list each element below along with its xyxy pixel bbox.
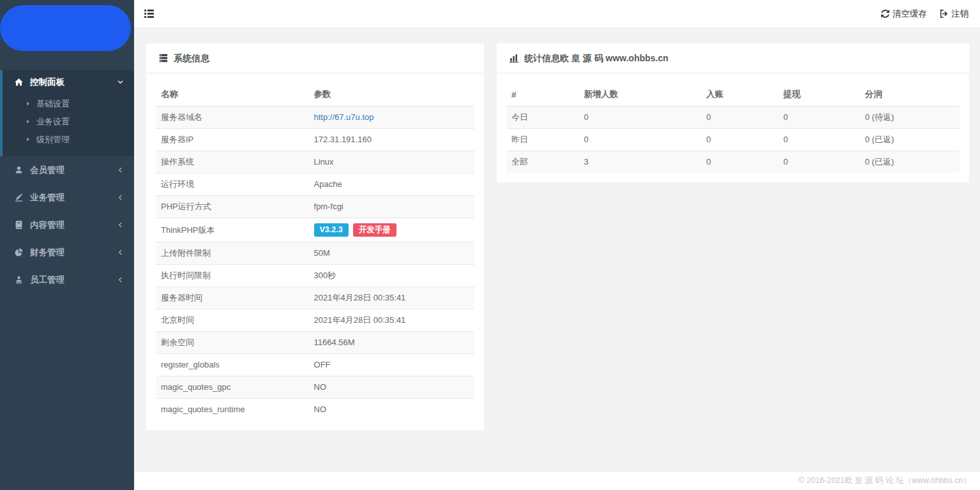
- stats-cell: 0: [701, 151, 778, 174]
- table-row: register_globalsOFF: [156, 354, 474, 376]
- server-domain-link[interactable]: http://67.u7u.top: [314, 112, 374, 122]
- stats-cell: 0 (待返): [860, 107, 960, 129]
- sidebar-item-label: 会员管理: [30, 165, 64, 175]
- sidebar-item-label: 内容管理: [30, 219, 64, 230]
- sidebar-subitem-label: 业务设置: [36, 116, 70, 127]
- sidebar-item-user[interactable]: 会员管理: [0, 156, 134, 184]
- table-row: magic_quotes_runtimeNO: [156, 399, 474, 421]
- stats-col-header: 新增人数: [579, 83, 702, 107]
- stats-title: 统计信息欧 皇 源 码 www.ohbbs.cn: [524, 52, 668, 64]
- admin-app: 控制面板基础设置业务设置级别管理会员管理业务管理内容管理财务管理员工管理 清空缓…: [0, 0, 980, 490]
- system-table-header-row: 名称参数: [156, 83, 474, 107]
- sidebar-item-label: 员工管理: [30, 274, 64, 285]
- system-info-header: 系统信息: [146, 43, 484, 73]
- sidebar-subitem[interactable]: 业务设置: [3, 113, 134, 131]
- system-info-card: 系统信息 名称参数 服务器域名http://67.u7u.top服务器IP172…: [146, 43, 484, 430]
- stats-cell: 0: [778, 107, 860, 129]
- stats-cell: 0: [701, 107, 778, 129]
- sidebar-item-label: 业务管理: [30, 192, 64, 203]
- stats-cell: 0 (已返): [860, 151, 960, 174]
- chevron-left-icon: [117, 276, 124, 283]
- sidebar-subitem[interactable]: 级别管理: [3, 131, 134, 149]
- table-row: 操作系统Linux: [156, 151, 474, 174]
- row-name-cell: PHP运行方式: [156, 196, 309, 218]
- sidebar-section: 财务管理: [0, 239, 134, 266]
- system-col-header: 名称: [156, 83, 309, 107]
- version-badge[interactable]: V3.2.3: [314, 223, 349, 237]
- chevron-left-icon: [117, 167, 124, 174]
- row-value-cell: V3.2.3开发手册: [309, 218, 474, 242]
- row-value-cell: 300秒: [309, 265, 474, 287]
- sidebar-section: 业务管理: [0, 184, 134, 211]
- row-value-cell: 11664.56M: [309, 332, 474, 354]
- logout-button[interactable]: 注销: [940, 8, 969, 20]
- row-name-cell: 服务器时间: [156, 287, 309, 309]
- row-value-cell: NO: [309, 399, 474, 421]
- clear-cache-label: 清空缓存: [893, 8, 927, 20]
- table-row: ThinkPHP版本V3.2.3开发手册: [156, 218, 474, 242]
- table-row: 执行时间限制300秒: [156, 265, 474, 287]
- stats-header: 统计信息欧 皇 源 码 www.ohbbs.cn: [497, 43, 969, 73]
- sidebar-item-pie-chart[interactable]: 财务管理: [0, 239, 134, 266]
- table-row: PHP运行方式fpm-fcgi: [156, 196, 474, 218]
- chevron-left-icon: [117, 194, 124, 201]
- content-area: 系统信息 名称参数 服务器域名http://67.u7u.top服务器IP172…: [134, 28, 980, 471]
- stats-cell: 全部: [506, 151, 579, 174]
- sidebar-item-label: 控制面板: [30, 77, 64, 87]
- table-row: 运行环境Apache: [156, 174, 474, 196]
- stats-col-header: #: [506, 83, 579, 107]
- system-info-title: 系统信息: [174, 52, 209, 64]
- stats-cell: 今日: [506, 107, 579, 129]
- stats-col-header: 分润: [860, 83, 960, 107]
- table-row: 北京时间2021年4月28日 00:35:41: [156, 309, 474, 332]
- table-row: magic_quotes_gpcNO: [156, 376, 474, 399]
- row-value-cell: fpm-fcgi: [309, 196, 474, 218]
- sidebar-item-home[interactable]: 控制面板: [3, 70, 134, 94]
- row-name-cell: 北京时间: [156, 309, 309, 332]
- row-value-cell: OFF: [309, 354, 474, 376]
- row-name-cell: 运行环境: [156, 174, 309, 196]
- logout-label: 注销: [951, 8, 969, 20]
- logo-area: [0, 0, 134, 51]
- sidebar-item-pen[interactable]: 业务管理: [0, 184, 134, 211]
- caret-right-icon: [26, 101, 31, 107]
- server-icon: [159, 54, 168, 63]
- system-info-table: 名称参数 服务器域名http://67.u7u.top服务器IP172.31.1…: [156, 83, 474, 420]
- row-value-cell: 172.31.191.160: [309, 129, 474, 151]
- chevron-left-icon: [117, 249, 124, 256]
- user-icon: [13, 165, 24, 175]
- manual-badge[interactable]: 开发手册: [353, 223, 396, 237]
- stats-cell: 0 (已返): [860, 129, 960, 151]
- sidebar-item-label: 财务管理: [30, 247, 64, 258]
- table-row: 剩余空间11664.56M: [156, 332, 474, 354]
- row-value-cell: 50M: [309, 242, 474, 265]
- stats-cell: 0: [701, 129, 778, 151]
- row-value-cell: NO: [309, 376, 474, 399]
- table-row: 服务器IP172.31.191.160: [156, 129, 474, 151]
- row-value-cell: 2021年4月28日 00:35:41: [309, 309, 474, 332]
- system-col-header: 参数: [309, 83, 474, 107]
- table-row: 今日0000 (待返): [506, 107, 960, 129]
- stats-table: #新增人数入账提现分润 今日0000 (待返)昨日0000 (已返)全部3000…: [506, 83, 960, 173]
- clear-cache-button[interactable]: 清空缓存: [881, 8, 927, 20]
- row-value-cell: http://67.u7u.top: [309, 107, 474, 129]
- menu-icon[interactable]: [142, 7, 156, 20]
- staff-icon: [13, 275, 24, 285]
- row-name-cell: 上传附件限制: [156, 242, 309, 265]
- row-value-cell: Linux: [309, 151, 474, 174]
- refresh-icon: [881, 10, 889, 18]
- stats-cell: 0: [778, 129, 860, 151]
- sidebar-submenu: 基础设置业务设置级别管理: [3, 94, 134, 156]
- sidebar-subitem[interactable]: 基础设置: [3, 95, 134, 113]
- copyright-text: © 2016-2021欧 皇 源 码 论 坛（www.ohbbs.cn）: [799, 475, 971, 486]
- row-name-cell: 服务器域名: [156, 107, 309, 129]
- sidebar-item-staff[interactable]: 员工管理: [0, 266, 134, 293]
- sidebar-section: 员工管理: [0, 266, 134, 293]
- chevron-down-icon: [117, 78, 124, 85]
- stats-cell: 0: [579, 107, 702, 129]
- book-icon: [13, 220, 24, 230]
- stats-card: 统计信息欧 皇 源 码 www.ohbbs.cn #新增人数入账提现分润 今日0…: [497, 43, 969, 182]
- brand-logo: [0, 5, 131, 51]
- sidebar-subitem-label: 基础设置: [36, 98, 70, 109]
- sidebar-item-book[interactable]: 内容管理: [0, 211, 134, 239]
